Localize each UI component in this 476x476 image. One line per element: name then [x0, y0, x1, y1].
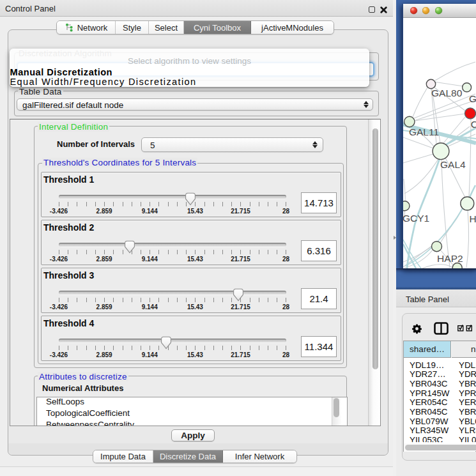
svg-text:HAP2: HAP2	[437, 253, 463, 264]
svg-text:GCY1: GCY1	[403, 213, 429, 224]
svg-text:GAL4: GAL4	[440, 159, 466, 170]
svg-text:GA: GA	[469, 93, 476, 104]
svg-text:C: C	[471, 119, 476, 130]
svg-text:H: H	[470, 213, 476, 224]
svg-text:GAL80: GAL80	[431, 88, 463, 98]
svg-text:GAL11: GAL11	[409, 127, 439, 137]
